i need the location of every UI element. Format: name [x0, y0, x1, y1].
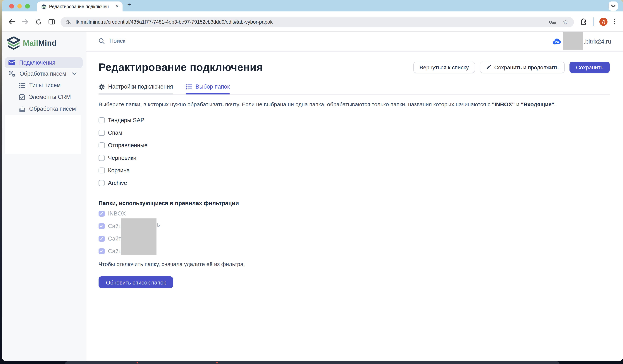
logo-text: MailMind: [23, 39, 57, 48]
mailmind-logo-icon: [7, 37, 20, 50]
folder-row: Archive: [99, 177, 610, 189]
traffic-lights: [9, 4, 30, 8]
address-bar[interactable]: lk.mailmind.ru/credential/435a1f77-7481-…: [61, 17, 574, 27]
portal-info: 24 .bitrix24.ru: [553, 32, 611, 52]
page-title: Редактирование подключения: [99, 61, 263, 73]
new-tab-button[interactable]: +: [127, 1, 131, 8]
filter-folder-row: ✓ Сайт: [99, 245, 610, 257]
list-icon: [185, 84, 192, 89]
search-input[interactable]: Поиск: [98, 38, 125, 44]
sidebar: MailMind Подключения: [2, 32, 86, 361]
bitrix24-icon: 24: [553, 38, 562, 45]
tab-title: Редактирование подключен: [49, 4, 115, 9]
sidebar-item-connections[interactable]: Подключения: [5, 57, 83, 68]
open-envelope-icon: [19, 106, 25, 112]
browser-toolbar: lk.mailmind.ru/credential/435a1f77-7481-…: [2, 11, 623, 32]
folder-row: Черновики: [99, 152, 610, 164]
folder-checkbox[interactable]: [99, 180, 105, 186]
folder-checkbox[interactable]: [99, 117, 105, 123]
toolbar-divider: [593, 17, 594, 26]
folder-checkbox-checked: ✓: [99, 236, 105, 242]
gears-icon: [8, 70, 16, 77]
close-window-button[interactable]: [9, 4, 14, 8]
browser-window: Редактирование подключен ✕ +: [2, 0, 623, 361]
sidebar-item-crm-elements[interactable]: Элементы CRM: [5, 91, 83, 103]
chevron-down-icon: [72, 72, 77, 75]
redaction-partial-char: ь: [157, 221, 160, 228]
folder-checkbox[interactable]: [99, 130, 105, 136]
password-key-icon[interactable]: [549, 20, 556, 24]
main-content: Поиск 24 .bitrix24.ru Редактирование под…: [86, 32, 623, 361]
folder-checkbox-checked: ✓: [99, 248, 105, 255]
url-text[interactable]: lk.mailmind.ru/credential/435a1f77-7481-…: [76, 19, 549, 25]
zoom-window-button[interactable]: [25, 4, 30, 8]
filter-folder-row: ✓ Сайт: [99, 233, 610, 245]
sidebar-item-mail-types[interactable]: Типы писем: [5, 79, 83, 91]
site-settings-icon[interactable]: [66, 19, 71, 24]
browser-menu-button[interactable]: [612, 18, 617, 25]
folder-row: Тендеры SAP: [99, 114, 610, 127]
app-header: Поиск 24 .bitrix24.ru: [86, 32, 623, 52]
update-folder-list-button[interactable]: Обновить список папок: [99, 276, 173, 288]
pencil-icon: [486, 64, 491, 70]
gear-icon: [99, 84, 105, 90]
sidebar-item-label: Элементы CRM: [29, 94, 71, 100]
filter-section-title: Папки, использующиеся в правилах фильтра…: [99, 200, 610, 207]
extensions-icon[interactable]: [580, 17, 588, 25]
folder-checkbox[interactable]: [99, 142, 105, 149]
filter-folder-row: ✓ Сайт: [99, 220, 610, 233]
folder-row: Корзина: [99, 164, 610, 177]
sidebar-item-mail-processing-sub[interactable]: Обработка писем: [5, 103, 83, 115]
profile-avatar[interactable]: Д: [599, 18, 607, 26]
search-placeholder: Поиск: [110, 38, 125, 44]
folder-row: Спам: [99, 127, 610, 139]
tab-close-icon[interactable]: ✕: [115, 4, 120, 9]
mailmind-favicon-icon: [41, 4, 46, 9]
filter-folder-row: ✓ INBOX: [99, 207, 610, 220]
sidebar-item-label: Подключения: [19, 59, 55, 66]
folder-list: Тендеры SAP Спам Отправленные Черно: [99, 114, 610, 189]
tab-bar: Настройки подключения Выбор папок: [99, 83, 610, 95]
portal-domain: .bitrix24.ru: [584, 38, 611, 45]
sidebar-item-label: Обработка писем: [29, 106, 76, 112]
macos-dock: [65, 361, 559, 364]
sidebar-item-label: Типы писем: [29, 82, 61, 88]
tab-connection-settings[interactable]: Настройки подключения: [99, 83, 173, 94]
sidebar-item-label: Обработка писем: [20, 70, 66, 77]
chevron-down-icon: [611, 5, 615, 8]
redacted-folder-names: [121, 218, 156, 255]
description-text: Выберите папки, в которых нужно обрабаты…: [99, 102, 610, 107]
folder-checkbox-checked: ✓: [99, 223, 105, 229]
filter-folder-list: ✓ INBOX ✓ Сайт ✓ Сайт ✓: [99, 207, 610, 257]
side-panel-button[interactable]: [48, 18, 56, 26]
search-icon: [98, 38, 105, 44]
mailmind-logo[interactable]: MailMind: [7, 37, 57, 50]
desktop: Редактирование подключен ✕ +: [0, 0, 623, 364]
folder-row: Отправленные: [99, 139, 610, 152]
filter-note: Чтобы отключить папку, сначала удалите е…: [99, 261, 610, 267]
minimize-window-button[interactable]: [17, 4, 22, 8]
tab-search-button[interactable]: [609, 1, 618, 11]
folder-checkbox-checked: ✓: [99, 211, 105, 217]
sidebar-blank-panel: [5, 115, 81, 154]
svg-text:24: 24: [555, 40, 559, 44]
save-button[interactable]: Сохранить: [570, 62, 610, 73]
save-and-continue-button[interactable]: Сохранить и продолжить: [480, 62, 565, 73]
tab-folder-selection[interactable]: Выбор папок: [185, 83, 230, 94]
sidebar-item-mail-processing[interactable]: Обработка писем: [5, 68, 83, 79]
back-to-list-button[interactable]: Вернуться к списку: [413, 62, 475, 73]
browser-titlebar: Редактирование подключен ✕ +: [2, 0, 623, 11]
forward-button[interactable]: [21, 18, 29, 26]
folder-checkbox[interactable]: [99, 168, 105, 174]
reload-button[interactable]: [34, 18, 43, 26]
bookmark-star-icon[interactable]: ☆: [562, 19, 568, 25]
redacted-portal-name: [563, 32, 583, 50]
checkbox-icon: [19, 94, 25, 100]
back-button[interactable]: [8, 18, 16, 26]
envelope-icon: [8, 60, 15, 65]
folder-checkbox[interactable]: [99, 155, 105, 161]
browser-tab[interactable]: Редактирование подключен ✕: [37, 1, 123, 11]
list-icon: [19, 83, 25, 88]
